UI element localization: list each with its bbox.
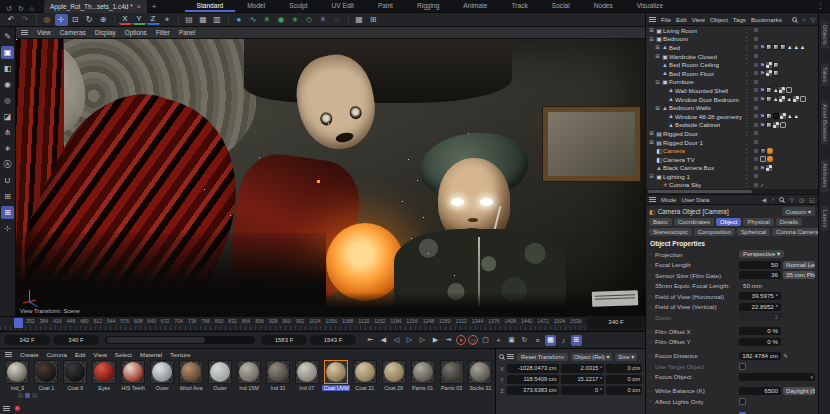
r-tag-icon[interactable]: ▲ xyxy=(786,96,791,102)
render-camera-icon[interactable]: ▢ xyxy=(480,335,491,346)
tab-object[interactable]: Object xyxy=(716,218,741,226)
preset-button[interactable]: 35 mm Photo (36.0 mm) xyxy=(783,271,815,279)
x-tag-icon[interactable] xyxy=(760,148,766,154)
hamburger-icon[interactable] xyxy=(507,354,514,359)
u-tag-icon[interactable] xyxy=(780,113,786,119)
t-tag-icon[interactable] xyxy=(766,44,772,50)
layer-chip[interactable] xyxy=(754,166,758,170)
f-tag-icon[interactable]: ⚑ xyxy=(760,44,765,50)
visibility-dots[interactable]: ∶ xyxy=(746,61,752,68)
loop-icon[interactable]: ↻ xyxy=(519,335,530,346)
d-tag-icon[interactable] xyxy=(773,113,779,119)
dock-tab-layers[interactable]: Layers xyxy=(821,206,829,231)
visibility-dots[interactable]: ∶ xyxy=(746,121,752,128)
next-key-icon[interactable]: ▶ xyxy=(430,335,441,346)
expander-icon[interactable]: ⊞ xyxy=(654,53,661,59)
workspace-tab-standard[interactable]: Standard xyxy=(185,0,236,12)
edges-mode-icon[interactable]: ◎ xyxy=(1,94,14,107)
prev-key-icon[interactable]: ◀ xyxy=(378,335,389,346)
layer-chip[interactable] xyxy=(754,157,758,161)
dock-tab-objects[interactable]: Objects xyxy=(821,21,829,49)
subdivision-surface-icon[interactable]: ✳ xyxy=(261,14,274,26)
workspace-tab-rigging[interactable]: Rigging xyxy=(405,0,451,12)
u-tag-icon[interactable] xyxy=(793,96,799,102)
reset-transform-button[interactable]: Reset Transform xyxy=(517,353,568,361)
u-tag-icon[interactable] xyxy=(779,96,785,102)
range-start-alt-field[interactable]: 340 F xyxy=(53,335,99,345)
range-end-field[interactable]: 1583 F xyxy=(261,335,307,345)
property-field[interactable]: 182.4784 cm xyxy=(739,352,781,360)
search-icon[interactable] xyxy=(499,354,504,359)
expander-icon[interactable]: ⊞ xyxy=(648,27,655,33)
property-field[interactable]: 36 xyxy=(739,271,781,279)
layer-chip[interactable] xyxy=(754,37,758,41)
goto-start-icon[interactable]: ⇤ xyxy=(365,335,376,346)
object-link-field[interactable]: ▾ xyxy=(739,373,815,381)
visibility-dots[interactable]: ∶ xyxy=(746,147,752,154)
tree-row[interactable]: ▲Black Camera Box∶⚑ xyxy=(646,164,818,173)
quantize-icon[interactable]: ⊹ xyxy=(1,222,14,235)
y-axis-lock-icon[interactable]: Y xyxy=(133,14,146,25)
expander-icon[interactable]: ⊟ xyxy=(654,79,661,85)
undo-history-icon[interactable]: ↺ xyxy=(6,5,12,12)
tab-corona-camera[interactable]: Corona Camera xyxy=(772,228,823,236)
layer-chip[interactable] xyxy=(754,114,758,118)
tree-row[interactable]: ▲Bed Room Ceiling∶⚑ xyxy=(646,60,818,69)
object-menu-object[interactable]: Object xyxy=(710,16,728,23)
material-menu-texture[interactable]: Texture xyxy=(170,351,190,358)
visibility-dots[interactable]: ∶ xyxy=(746,70,752,77)
tree-row[interactable]: ▲Bed Room Floor∶⚑ xyxy=(646,69,818,78)
f-tag-icon[interactable]: ⚑ xyxy=(760,87,765,93)
material-item[interactable]: Coat UVM xyxy=(321,360,350,391)
tree-row[interactable]: ◧Camera∶ xyxy=(646,146,818,155)
expander-icon[interactable]: ⊞ xyxy=(648,130,655,136)
play-icon[interactable]: ▷ xyxy=(404,335,415,346)
filter-icon[interactable]: ▽ xyxy=(789,196,794,203)
layer-chip[interactable] xyxy=(754,80,758,84)
tree-row[interactable]: ⊞▣Living Room∶ xyxy=(646,26,818,35)
texture-mode-icon[interactable]: ◧ xyxy=(1,62,14,75)
tab-physical[interactable]: Physical xyxy=(743,218,773,226)
workspace-tab-sculpt[interactable]: Sculpt xyxy=(277,0,319,12)
popout-icon[interactable]: ◱ xyxy=(809,196,815,203)
expander-icon[interactable]: ⊟ xyxy=(648,173,655,179)
size-mode-dropdown[interactable]: Size ▾ xyxy=(615,353,637,361)
f-tag-icon[interactable]: ⚑ xyxy=(760,113,765,119)
material-item[interactable]: Ind_9 xyxy=(3,360,32,391)
model-mode-icon[interactable]: ▣ xyxy=(1,46,14,59)
key-selection-icon[interactable]: ▣ xyxy=(506,335,517,346)
undo-icon[interactable]: ↶ xyxy=(5,14,18,26)
viewport-menu-view[interactable]: View xyxy=(37,29,51,36)
material-item[interactable]: Outer xyxy=(148,360,177,391)
material-item[interactable]: Coat 9 xyxy=(61,360,90,391)
layer-chip[interactable] xyxy=(754,174,758,178)
c-tag-icon[interactable] xyxy=(767,148,773,154)
workplane-icon[interactable]: ⊞ xyxy=(367,14,380,26)
material-pager[interactable] xyxy=(18,393,495,398)
hamburger-icon[interactable] xyxy=(649,197,656,202)
tab-basic[interactable]: Basic xyxy=(649,218,672,226)
position-field[interactable]: -1028.0473 cm xyxy=(507,364,559,373)
material-item[interactable]: Ind 15M xyxy=(235,360,264,391)
tree-row[interactable]: ⊞▣Wardrobe Closed∶ xyxy=(646,52,818,61)
material-item[interactable]: Wool Ana xyxy=(177,360,206,391)
f-tag-icon[interactable]: ⚑ xyxy=(760,70,765,76)
redo-history-icon[interactable]: ↻ xyxy=(18,5,24,12)
u-tag-icon[interactable] xyxy=(779,87,785,93)
snap-icon[interactable]: ⊞ xyxy=(571,335,582,346)
magnet-icon[interactable]: U xyxy=(1,174,14,187)
options-icon[interactable]: ≡ xyxy=(532,335,543,346)
rotate-tool-icon[interactable]: ↻ xyxy=(83,14,96,26)
visibility-dots[interactable]: ∶ xyxy=(746,113,752,120)
live-selection-icon[interactable]: ◎ xyxy=(41,14,54,26)
array-icon[interactable]: ▦ xyxy=(353,14,366,26)
visibility-dots[interactable]: ∶ xyxy=(746,87,752,94)
viewport-menu-panel[interactable]: Panel xyxy=(179,29,195,36)
tree-row[interactable]: ☀Corona Sky∶✓ xyxy=(646,181,818,189)
t-tag-icon[interactable] xyxy=(766,87,772,93)
tree-row[interactable]: ◧Camera TV∶ xyxy=(646,155,818,164)
material-item[interactable]: Eyes xyxy=(90,360,119,391)
render-status-icon[interactable] xyxy=(14,405,21,412)
tree-row[interactable]: ⊞▲Bedroom Walls∶ xyxy=(646,103,818,112)
volume-builder-icon[interactable]: ◉ xyxy=(275,14,288,26)
